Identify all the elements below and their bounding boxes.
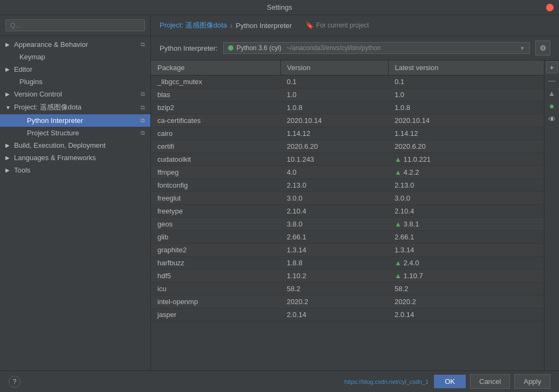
col-package[interactable]: Package bbox=[151, 60, 280, 75]
table-row[interactable]: cairo1.14.121.14.12 bbox=[151, 127, 544, 140]
package-latest-version: 2.0.14 bbox=[388, 308, 544, 321]
sidebar-item-project-structure[interactable]: Project Structure ⧉ bbox=[0, 127, 150, 139]
sidebar-item-build-exec[interactable]: ▶ Build, Execution, Deployment bbox=[0, 139, 150, 152]
package-name: hdf5 bbox=[151, 270, 280, 283]
copy-icon: ⧉ bbox=[141, 117, 145, 124]
table-row[interactable]: _libgcc_mutex0.10.1 bbox=[151, 75, 544, 88]
table-wrapper[interactable]: Package Version Latest version _libgcc_m… bbox=[151, 60, 544, 370]
copy-icon: ⧉ bbox=[141, 129, 145, 136]
table-row[interactable]: ffmpeg4.0▲ 4.2.2 bbox=[151, 166, 544, 179]
right-panel: Project: 遥感图像dota › Python Interpreter 🔖… bbox=[151, 15, 559, 370]
sidebar-item-version-control[interactable]: ▶ Version Control ⧉ bbox=[0, 88, 150, 100]
scroll-up-button[interactable]: — bbox=[546, 74, 558, 86]
status-dot bbox=[228, 45, 233, 51]
eye-button[interactable]: 👁 bbox=[546, 113, 558, 125]
sidebar-item-plugins[interactable]: Plugins bbox=[0, 75, 150, 88]
table-row[interactable]: intel-openmp2020.22020.2 bbox=[151, 295, 544, 308]
col-version[interactable]: Version bbox=[280, 60, 388, 75]
package-name: blas bbox=[151, 88, 280, 101]
sidebar-item-label: Plugins bbox=[19, 78, 43, 86]
package-table: Package Version Latest version _libgcc_m… bbox=[151, 60, 544, 321]
col-latest[interactable]: Latest version bbox=[388, 60, 544, 75]
package-name: jasper bbox=[151, 308, 280, 321]
breadcrumb: Project: 遥感图像dota › Python Interpreter 🔖… bbox=[151, 15, 559, 36]
copy-icon: ⧉ bbox=[141, 91, 145, 98]
table-row[interactable]: bzip21.0.81.0.8 bbox=[151, 101, 544, 114]
search-input[interactable] bbox=[5, 19, 145, 31]
table-actions: + — ▲ ● 👁 bbox=[544, 60, 559, 370]
bottom-right: OK Cancel Apply bbox=[434, 374, 550, 389]
package-version: 10.1.243 bbox=[280, 153, 388, 166]
package-name: fontconfig bbox=[151, 179, 280, 192]
watermark-text: https://blog.csdn.net/cyl_csdn_1 bbox=[20, 379, 434, 385]
package-name: _libgcc_mutex bbox=[151, 75, 280, 88]
package-version: 2.13.0 bbox=[280, 179, 388, 192]
sidebar-item-editor[interactable]: ▶ Editor bbox=[0, 63, 150, 75]
sidebar-item-python-interpreter[interactable]: Python Interpreter ⧉ bbox=[0, 114, 150, 127]
package-latest-version: ▲ 1.10.7 bbox=[388, 270, 544, 283]
package-name: ca-certificates bbox=[151, 114, 280, 127]
package-version: 1.0.8 bbox=[280, 101, 388, 114]
package-version: 58.2 bbox=[280, 283, 388, 295]
table-row[interactable]: freeglut3.0.03.0.0 bbox=[151, 192, 544, 205]
apply-button[interactable]: Apply bbox=[514, 374, 550, 389]
close-button[interactable] bbox=[546, 4, 554, 11]
interpreter-bar: Python Interpreter: Python 3.6 (cyl) ~/a… bbox=[151, 36, 559, 60]
package-latest-version: 2020.2 bbox=[388, 295, 544, 308]
table-row[interactable]: freetype2.10.42.10.4 bbox=[151, 205, 544, 218]
add-package-button[interactable]: + bbox=[546, 61, 558, 73]
cancel-button[interactable]: Cancel bbox=[470, 374, 510, 389]
table-row[interactable]: ca-certificates2020.10.142020.10.14 bbox=[151, 114, 544, 127]
sidebar-item-languages[interactable]: ▶ Languages & Frameworks bbox=[0, 152, 150, 164]
table-row[interactable]: graphite21.3.141.3.14 bbox=[151, 244, 544, 257]
table-row[interactable]: blas1.01.0 bbox=[151, 88, 544, 101]
ok-button[interactable]: OK bbox=[434, 375, 466, 388]
copy-icon: ⧉ bbox=[141, 41, 145, 48]
arrow-icon: ▼ bbox=[5, 105, 12, 111]
sidebar-item-tools[interactable]: ▶ Tools bbox=[0, 164, 150, 176]
bottom-left: ? bbox=[9, 376, 20, 388]
sidebar-tree: ▶ Appearance & Behavior ⧉ Keymap ▶ Edito… bbox=[0, 36, 150, 370]
package-version: 1.8.8 bbox=[280, 257, 388, 270]
copy-icon: ⧉ bbox=[141, 104, 145, 111]
table-row[interactable]: hdf51.10.2▲ 1.10.7 bbox=[151, 270, 544, 283]
sidebar-item-project[interactable]: ▼ Project: 遥感图像dota ⧉ bbox=[0, 100, 150, 114]
interpreter-dropdown[interactable]: Python 3.6 (cyl) ~/anaconda3/envs/cyl/bi… bbox=[223, 42, 530, 54]
status-indicator: ● bbox=[546, 100, 558, 112]
package-version: 3.0.0 bbox=[280, 192, 388, 205]
package-latest-version: 3.0.0 bbox=[388, 192, 544, 205]
sidebar-item-keymap[interactable]: Keymap bbox=[0, 51, 150, 63]
table-row[interactable]: glib2.66.12.66.1 bbox=[151, 231, 544, 244]
main-content: ▶ Appearance & Behavior ⧉ Keymap ▶ Edito… bbox=[0, 15, 559, 370]
arrow-icon: ▶ bbox=[5, 167, 12, 173]
package-name: geos bbox=[151, 218, 280, 231]
table-row[interactable]: geos3.8.0▲ 3.8.1 bbox=[151, 218, 544, 231]
help-button[interactable]: ? bbox=[9, 376, 20, 388]
package-version: 4.0 bbox=[280, 166, 388, 179]
package-name: freeglut bbox=[151, 192, 280, 205]
table-row[interactable]: certifi2020.6.202020.6.20 bbox=[151, 140, 544, 153]
sidebar-item-label: Languages & Frameworks bbox=[14, 154, 96, 162]
package-version: 2.0.14 bbox=[280, 308, 388, 321]
package-name: ffmpeg bbox=[151, 166, 280, 179]
table-row[interactable]: jasper2.0.142.0.14 bbox=[151, 308, 544, 321]
package-latest-version: 2.66.1 bbox=[388, 231, 544, 244]
scroll-up2-button[interactable]: ▲ bbox=[546, 87, 558, 99]
sidebar-item-appearance[interactable]: ▶ Appearance & Behavior ⧉ bbox=[0, 38, 150, 51]
package-name: cairo bbox=[151, 127, 280, 140]
table-row[interactable]: harfbuzz1.8.8▲ 2.4.0 bbox=[151, 257, 544, 270]
package-version: 1.0 bbox=[280, 88, 388, 101]
package-name: cudatoolkit bbox=[151, 153, 280, 166]
package-name: glib bbox=[151, 231, 280, 244]
package-latest-version: 2020.10.14 bbox=[388, 114, 544, 127]
package-name: intel-openmp bbox=[151, 295, 280, 308]
breadcrumb-project[interactable]: Project: 遥感图像dota bbox=[160, 20, 227, 30]
package-latest-version: 2020.6.20 bbox=[388, 140, 544, 153]
table-row[interactable]: fontconfig2.13.02.13.0 bbox=[151, 179, 544, 192]
gear-button[interactable]: ⚙ bbox=[535, 40, 550, 56]
breadcrumb-current: Python Interpreter bbox=[236, 22, 292, 30]
sidebar-item-label: Project: 遥感图像dota bbox=[14, 102, 81, 112]
table-row[interactable]: cudatoolkit10.1.243▲ 11.0.221 bbox=[151, 153, 544, 166]
sidebar-item-label: Build, Execution, Deployment bbox=[14, 141, 106, 149]
table-row[interactable]: icu58.258.2 bbox=[151, 283, 544, 295]
